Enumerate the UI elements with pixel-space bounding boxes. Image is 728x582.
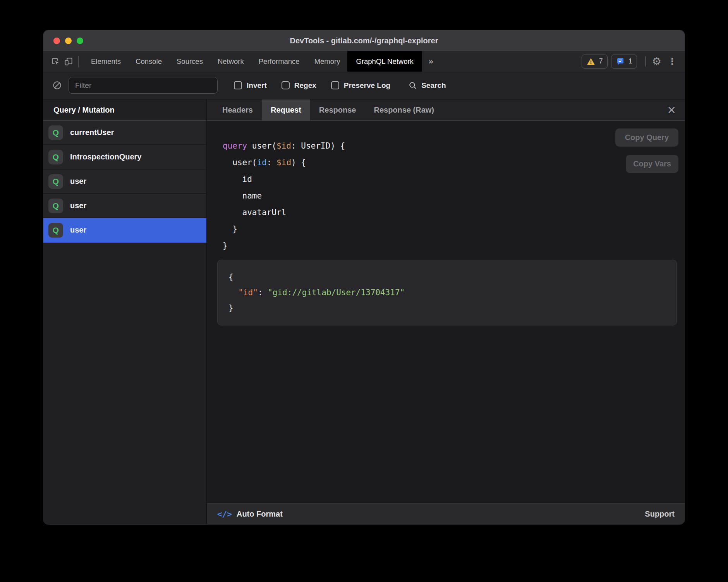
devtools-tabbar: ElementsConsoleSourcesNetworkPerformance… xyxy=(43,51,685,72)
close-panel-icon[interactable]: × xyxy=(659,104,685,115)
code-line: avatarUrl xyxy=(223,204,685,221)
regex-checkbox-box[interactable] xyxy=(282,81,290,89)
settings-gear-icon[interactable]: ⚙ xyxy=(651,55,666,67)
issue-count: 1 xyxy=(628,57,632,65)
graphql-query-code: query user($id: UserID) { user(id: $id) … xyxy=(207,121,685,254)
query-list-header: Query / Mutation xyxy=(43,99,206,121)
more-tabs-icon[interactable]: » xyxy=(422,56,440,66)
tab-console[interactable]: Console xyxy=(128,51,169,72)
query-name: user xyxy=(70,177,86,186)
message-bubble-icon xyxy=(616,57,625,66)
request-body: query user($id: UserID) { user(id: $id) … xyxy=(207,121,685,503)
tab-graphql-network[interactable]: GraphQL Network xyxy=(347,51,422,72)
warning-triangle-icon xyxy=(586,57,596,66)
var-line: } xyxy=(228,300,666,316)
kebab-menu-icon[interactable]: ⋮ xyxy=(666,56,685,67)
request-detail-panel: HeadersRequestResponseResponse (Raw) × q… xyxy=(207,99,685,524)
titlebar: DevTools - gitlab.com/-/graphql-explorer xyxy=(43,30,685,51)
query-name: user xyxy=(70,201,86,210)
code-line: } xyxy=(223,238,685,254)
code-line: name xyxy=(223,188,685,204)
invert-checkbox-box[interactable] xyxy=(234,81,242,89)
regex-checkbox-label: Regex xyxy=(294,81,316,90)
copy-query-button[interactable]: Copy Query xyxy=(615,128,678,147)
filter-input[interactable] xyxy=(69,77,218,94)
search-label: Search xyxy=(421,81,446,90)
tab-performance[interactable]: Performance xyxy=(251,51,307,72)
support-link[interactable]: Support xyxy=(645,510,675,519)
clear-filter-icon[interactable] xyxy=(52,80,62,91)
inspect-element-icon[interactable] xyxy=(49,55,62,68)
detail-tab-response[interactable]: Response xyxy=(310,99,365,120)
query-type-badge: Q xyxy=(48,223,63,238)
invert-checkbox-label: Invert xyxy=(247,81,267,90)
device-toolbar-icon[interactable] xyxy=(62,55,75,68)
main-split: Query / Mutation QcurrentUserQIntrospect… xyxy=(43,99,685,524)
query-type-badge: Q xyxy=(48,125,63,140)
filter-toolbar: InvertRegexPreserve Log Search xyxy=(43,72,685,99)
minimize-window-button[interactable] xyxy=(65,38,72,44)
query-name: currentUser xyxy=(70,128,114,137)
query-list-item-user-3[interactable]: Quser xyxy=(43,194,206,218)
detail-tab-headers[interactable]: Headers xyxy=(213,99,262,120)
regex-checkbox[interactable]: Regex xyxy=(282,81,316,90)
query-list-item-introspectionquery-1[interactable]: QIntrospectionQuery xyxy=(43,145,206,169)
filter-checkboxes: InvertRegexPreserve Log xyxy=(234,81,390,90)
tab-memory[interactable]: Memory xyxy=(307,51,348,72)
query-list-item-currentuser-0[interactable]: QcurrentUser xyxy=(43,121,206,145)
copy-vars-button[interactable]: Copy Vars xyxy=(626,155,678,173)
query-name: IntrospectionQuery xyxy=(70,152,141,161)
code-line: } xyxy=(223,221,685,238)
query-list-item-user-4[interactable]: Quser xyxy=(43,218,206,243)
query-type-badge: Q xyxy=(48,199,63,213)
code-line: id xyxy=(223,171,685,188)
detail-tab-request[interactable]: Request xyxy=(262,99,310,120)
issues-badge[interactable]: 1 xyxy=(611,55,637,68)
query-type-badge: Q xyxy=(48,174,63,189)
warning-count: 7 xyxy=(599,57,603,65)
devtools-tabs: ElementsConsoleSourcesNetworkPerformance… xyxy=(84,51,422,72)
detail-tab-response-raw[interactable]: Response (Raw) xyxy=(365,99,443,120)
query-sidebar: Query / Mutation QcurrentUserQIntrospect… xyxy=(43,99,207,524)
preserve-log-checkbox[interactable]: Preserve Log xyxy=(331,81,390,90)
invert-checkbox[interactable]: Invert xyxy=(234,81,267,90)
tab-elements[interactable]: Elements xyxy=(84,51,128,72)
auto-format-button[interactable]: Auto Format xyxy=(237,510,283,519)
warnings-badge[interactable]: 7 xyxy=(582,55,608,68)
query-type-badge: Q xyxy=(48,150,63,164)
window-title: DevTools - gitlab.com/-/graphql-explorer xyxy=(43,36,685,45)
query-list: QcurrentUserQIntrospectionQueryQuserQuse… xyxy=(43,121,206,243)
devtools-window: DevTools - gitlab.com/-/graphql-explorer… xyxy=(43,30,685,524)
var-line: { xyxy=(228,269,666,285)
code-line: user(id: $id) { xyxy=(223,154,685,171)
search-icon xyxy=(408,81,417,90)
variables-box: { "id": "gid://gitlab/User/13704317"} xyxy=(217,260,677,325)
var-line: "id": "gid://gitlab/User/13704317" xyxy=(228,285,666,300)
auto-format-icon: </> xyxy=(217,510,232,519)
preserve-log-checkbox-label: Preserve Log xyxy=(344,81,390,90)
preserve-log-checkbox-box[interactable] xyxy=(331,81,339,89)
close-window-button[interactable] xyxy=(53,38,60,44)
badge-divider xyxy=(645,56,646,67)
tab-sources[interactable]: Sources xyxy=(169,51,210,72)
maximize-window-button[interactable] xyxy=(77,38,83,44)
traffic-lights xyxy=(53,30,83,51)
search-control[interactable]: Search xyxy=(408,81,446,90)
tab-network[interactable]: Network xyxy=(210,51,251,72)
tabbar-divider xyxy=(78,56,79,67)
query-name: user xyxy=(70,226,86,235)
query-list-item-user-2[interactable]: Quser xyxy=(43,169,206,194)
detail-tabbar: HeadersRequestResponseResponse (Raw) × xyxy=(207,99,685,121)
detail-footer: </> Auto Format Support xyxy=(207,503,685,524)
